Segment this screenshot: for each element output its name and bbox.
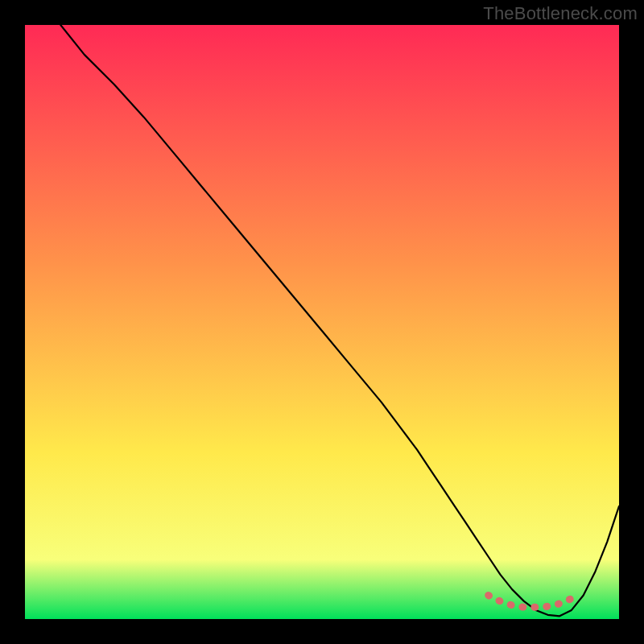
gradient-background <box>25 25 619 619</box>
plot-svg <box>25 25 619 619</box>
watermark-label: TheBottleneck.com <box>483 3 638 24</box>
bottleneck-plot <box>25 25 619 619</box>
chart-frame: TheBottleneck.com <box>0 0 644 644</box>
